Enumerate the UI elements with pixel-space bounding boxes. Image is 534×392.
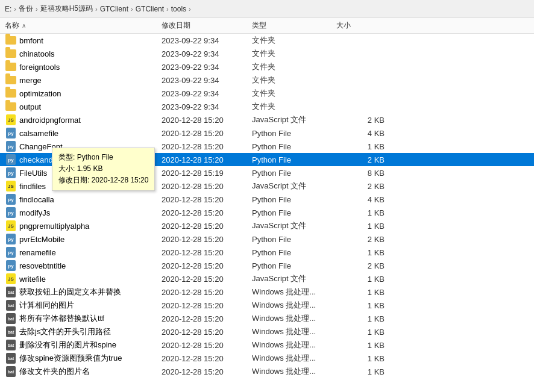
file-name: androidpngformat	[19, 116, 162, 125]
list-item[interactable]: bat 去除js文件的开头引用路径 2020-12-28 15:20 Windo…	[0, 325, 534, 338]
file-type: Windows 批处理...	[252, 300, 336, 311]
js-icon: JS	[5, 273, 17, 284]
file-size: 1 KB	[336, 208, 385, 217]
col-name-header[interactable]: 名称 ∧	[5, 20, 162, 31]
list-item[interactable]: bat 修改spine资源图预乘值为true 2020-12-28 15:20 …	[0, 352, 534, 365]
file-name: 去除js文件的开头引用路径	[19, 326, 162, 337]
list-item[interactable]: JS pngpremultiplyalpha 2020-12-28 15:20 …	[0, 219, 534, 232]
file-size: 1 KB	[336, 328, 385, 337]
py-icon: py	[5, 141, 17, 152]
file-size: 1 KB	[336, 222, 385, 231]
file-size: 4 KB	[336, 195, 385, 204]
file-name: optimization	[19, 89, 162, 98]
file-date: 2020-12-28 15:20	[162, 195, 252, 204]
list-item[interactable]: optimization 2023-09-22 9:34 文件夹	[0, 87, 534, 100]
file-name: findlocalla	[19, 195, 162, 204]
file-date: 2020-12-28 15:20	[162, 248, 252, 257]
file-date: 2020-12-28 15:19	[162, 169, 252, 178]
list-item[interactable]: py FileUtils 2020-12-28 15:19 Python Fil…	[0, 166, 534, 179]
folder-icon	[5, 101, 17, 112]
file-name: pvrEtcMobile	[19, 235, 162, 244]
file-type: 文件夹	[252, 101, 336, 112]
file-type: Python File	[252, 169, 336, 178]
file-size: 1 KB	[336, 367, 385, 376]
file-list: bmfont 2023-09-22 9:34 文件夹 chinatools 20…	[0, 34, 534, 378]
file-type: Windows 批处理...	[252, 287, 336, 297]
file-name: 修改spine资源图预乘值为true	[19, 353, 162, 364]
file-name: pngpremultiplyalpha	[19, 222, 162, 231]
list-item[interactable]: JS androidpngformat 2020-12-28 15:20 Jav…	[0, 113, 534, 126]
breadcrumb-root[interactable]: E:	[5, 5, 11, 13]
list-item[interactable]: chinatools 2023-09-22 9:34 文件夹	[0, 47, 534, 60]
file-size: 2 KB	[336, 116, 385, 125]
list-item[interactable]: py pvrEtcMobile 2020-12-28 15:20 Python …	[0, 232, 534, 246]
file-name: 删除没有引用的图片和spine	[19, 340, 162, 350]
js-icon: JS	[5, 181, 17, 191]
file-name: renamefile	[19, 248, 162, 257]
list-item[interactable]: bat 将所有字体都替换默认ttf 2020-12-28 15:20 Windo…	[0, 312, 534, 325]
file-date: 2020-12-28 15:20	[162, 275, 252, 284]
file-name: chinatools	[19, 49, 162, 58]
file-size: 1 KB	[336, 341, 385, 350]
col-size-header[interactable]: 大小	[336, 20, 385, 31]
file-type: JavaScript 文件	[252, 181, 336, 191]
col-type-header[interactable]: 类型	[252, 20, 336, 31]
file-date: 2023-09-22 9:34	[162, 89, 252, 98]
file-date: 2020-12-28 15:20	[162, 235, 252, 244]
list-item[interactable]: py resovebtntitle 2020-12-28 15:20 Pytho…	[0, 259, 534, 272]
file-date: 2023-09-22 9:34	[162, 63, 252, 72]
file-name: ChangeFont	[19, 142, 162, 151]
file-name: 将所有字体都替换默认ttf	[19, 313, 162, 324]
file-type: Windows 批处理...	[252, 366, 336, 377]
list-item[interactable]: py findlocalla 2020-12-28 15:20 Python F…	[0, 193, 534, 206]
breadcrumb-item-3[interactable]: GTClient	[100, 5, 128, 13]
list-item[interactable]: bmfont 2023-09-22 9:34 文件夹	[0, 34, 534, 47]
list-item[interactable]: merge 2023-09-22 9:34 文件夹	[0, 73, 534, 87]
file-type: JavaScript 文件	[252, 273, 336, 284]
list-item[interactable]: foreigntools 2023-09-22 9:34 文件夹	[0, 60, 534, 73]
list-item[interactable]: bat 删除没有引用的图片和spine 2020-12-28 15:20 Win…	[0, 338, 534, 352]
file-name: output	[19, 102, 162, 111]
file-name: FileUtils	[19, 169, 162, 178]
file-type: Python File	[252, 195, 336, 204]
list-item[interactable]: JS writefile 2020-12-28 15:20 JavaScript…	[0, 272, 534, 285]
file-type: Windows 批处理...	[252, 353, 336, 364]
list-item[interactable]: output 2023-09-22 9:34 文件夹	[0, 100, 534, 113]
file-size: 1 KB	[336, 301, 385, 310]
list-item[interactable]: py checkanddel 2020-12-28 15:20 Python F…	[0, 153, 534, 166]
col-date-header[interactable]: 修改日期	[162, 20, 252, 31]
breadcrumb-item-1[interactable]: 备份	[19, 4, 33, 14]
file-type: 文件夹	[252, 48, 336, 59]
file-type: Python File	[252, 235, 336, 244]
breadcrumb: E: › 备份 › 延禧攻略H5源码 › GTClient › GTClient…	[0, 0, 534, 18]
list-item[interactable]: py modifyJs 2020-12-28 15:20 Python File…	[0, 206, 534, 219]
list-item[interactable]: bat 计算相同的图片 2020-12-28 15:20 Windows 批处理…	[0, 299, 534, 312]
bat-icon: bat	[5, 340, 17, 350]
file-size: 1 KB	[336, 248, 385, 257]
file-size: 2 KB	[336, 155, 385, 164]
list-item[interactable]: bat 获取按钮上的固定文本并替换 2020-12-28 15:20 Windo…	[0, 285, 534, 299]
file-size: 2 KB	[336, 235, 385, 244]
breadcrumb-item-4[interactable]: GTClient	[136, 5, 164, 13]
list-item[interactable]: bat 修改文件夹的图片名 2020-12-28 15:20 Windows 批…	[0, 365, 534, 378]
file-date: 2020-12-28 15:20	[162, 182, 252, 191]
file-name: findfiles	[19, 182, 162, 191]
breadcrumb-item-5[interactable]: tools	[171, 5, 186, 13]
file-name: checkanddel	[19, 155, 162, 164]
file-type: 文件夹	[252, 35, 336, 46]
file-size: 1 KB	[336, 275, 385, 284]
list-item[interactable]: py calsamefile 2020-12-28 15:20 Python F…	[0, 126, 534, 140]
list-item[interactable]: JS findfiles 2020-12-28 15:20 JavaScript…	[0, 179, 534, 193]
file-date: 2020-12-28 15:20	[162, 222, 252, 231]
breadcrumb-item-2[interactable]: 延禧攻略H5源码	[40, 4, 93, 14]
file-date: 2020-12-28 15:20	[162, 341, 252, 350]
py-icon: py	[5, 260, 17, 271]
list-item[interactable]: py renamefile 2020-12-28 15:20 Python Fi…	[0, 246, 534, 259]
folder-icon	[5, 61, 17, 72]
file-date: 2023-09-22 9:34	[162, 76, 252, 85]
file-date: 2020-12-28 15:20	[162, 155, 252, 164]
file-name: writefile	[19, 275, 162, 284]
file-date: 2020-12-28 15:20	[162, 288, 252, 297]
file-name: merge	[19, 76, 162, 85]
list-item[interactable]: py ChangeFont 2020-12-28 15:20 Python Fi…	[0, 140, 534, 153]
